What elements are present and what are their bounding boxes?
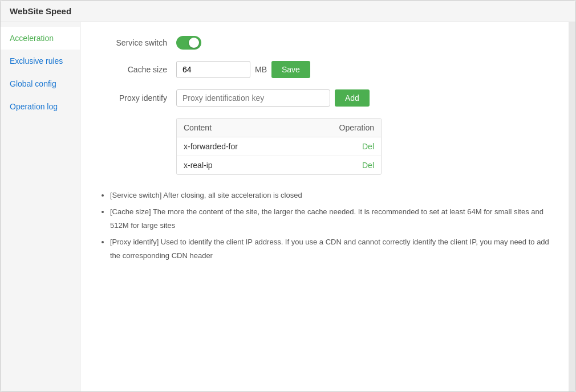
- sidebar-item-label: Exclusive rules: [10, 56, 63, 66]
- app-title: WebSite Speed: [10, 6, 71, 16]
- cache-size-unit: MB: [255, 65, 267, 74]
- toggle-thumb: [189, 38, 199, 48]
- table-row: x-real-ip Del: [177, 156, 381, 174]
- proxy-entry-content: x-real-ip: [184, 161, 328, 170]
- sidebar-item-global-config[interactable]: Global config: [1, 72, 80, 95]
- proxy-identify-label: Proxy identify: [99, 93, 167, 103]
- service-switch-row: Service switch: [99, 36, 550, 50]
- scrollbar-area[interactable]: [569, 22, 575, 391]
- sidebar-item-label: Acceleration: [10, 34, 54, 43]
- title-bar: WebSite Speed: [1, 1, 575, 22]
- proxy-identify-input[interactable]: [176, 89, 330, 107]
- notes-list: [Service switch] After closing, all site…: [110, 189, 550, 262]
- cache-size-row: Cache size MB Save: [99, 61, 550, 78]
- proxy-identify-row: Proxy identify Add: [99, 89, 550, 107]
- note-item-0: [Service switch] After closing, all site…: [110, 189, 550, 202]
- del-button-1[interactable]: Del: [362, 161, 374, 170]
- save-button[interactable]: Save: [271, 61, 310, 78]
- proxy-entry-content: x-forwarded-for: [184, 142, 328, 151]
- sidebar-item-acceleration[interactable]: Acceleration: [1, 27, 80, 50]
- sidebar-item-label: Operation log: [10, 102, 58, 111]
- cache-size-label: Cache size: [99, 65, 167, 74]
- col-content-header: Content: [184, 123, 328, 132]
- note-item-1: [Cache size] The more the content of the…: [110, 205, 550, 232]
- table-header: Content Operation: [177, 119, 381, 137]
- cache-size-input[interactable]: [176, 61, 250, 78]
- table-row: x-forwarded-for Del: [177, 137, 381, 156]
- sidebar-item-label: Global config: [10, 79, 56, 88]
- sidebar-item-exclusive-rules[interactable]: Exclusive rules: [1, 50, 80, 72]
- del-button-0[interactable]: Del: [362, 142, 374, 151]
- service-switch-toggle[interactable]: [176, 36, 201, 50]
- note-item-2: [Proxy identify] Used to identify the cl…: [110, 235, 550, 262]
- col-operation-header: Operation: [328, 123, 374, 132]
- add-button[interactable]: Add: [335, 89, 370, 107]
- app-window: WebSite Speed Acceleration Exclusive rul…: [0, 0, 576, 392]
- main-layout: Acceleration Exclusive rules Global conf…: [1, 22, 575, 391]
- sidebar-item-operation-log[interactable]: Operation log: [1, 95, 80, 118]
- sidebar: Acceleration Exclusive rules Global conf…: [1, 22, 80, 391]
- content-area: Service switch Cache size MB Save Proxy …: [80, 22, 569, 391]
- proxy-entry-del: Del: [328, 142, 374, 151]
- proxy-entry-del: Del: [328, 161, 374, 170]
- proxy-table: Content Operation x-forwarded-for Del x-…: [176, 118, 382, 175]
- service-switch-label: Service switch: [99, 38, 167, 47]
